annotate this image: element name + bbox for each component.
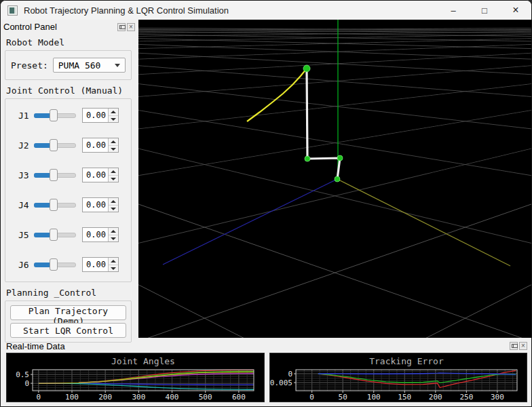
spinbox-value[interactable]: 0.00 — [83, 168, 108, 182]
viewport-3d-canvas[interactable] — [138, 20, 531, 338]
j1-spinbox[interactable]: 0.00 — [82, 108, 119, 123]
planning-group: Plan Trajectory (Demo) Start LQR Control — [5, 301, 132, 343]
j6-slider[interactable] — [34, 258, 76, 271]
viewport-3d[interactable] — [138, 20, 531, 338]
robot-model-group: Preset: PUMA 560 — [5, 50, 132, 80]
spin-up-icon[interactable] — [109, 258, 118, 265]
preset-value: PUMA 560 — [58, 60, 101, 71]
realtime-data-dock: Real-time Data × 01002003004005006000.50… — [1, 338, 531, 406]
spin-down-icon[interactable] — [109, 115, 118, 123]
svg-text:300: 300 — [132, 393, 145, 402]
j6-spinbox[interactable]: 0.00 — [82, 257, 119, 272]
svg-text:Tracking Error: Tracking Error — [369, 356, 444, 366]
svg-text:100: 100 — [366, 393, 380, 402]
preset-combobox[interactable]: PUMA 560 — [53, 58, 126, 73]
slider-handle[interactable] — [50, 109, 58, 121]
window-title: Robot Trajectory Planning & LQR Control … — [24, 5, 229, 16]
joint-row-j5: J50.00 — [10, 227, 127, 242]
svg-text:200: 200 — [98, 393, 112, 402]
start-lqr-button[interactable]: Start LQR Control — [10, 323, 126, 338]
spin-up-icon[interactable] — [109, 109, 118, 115]
j2-spinbox[interactable]: 0.00 — [82, 138, 119, 153]
control-panel-title: Control Panel — [3, 22, 57, 32]
svg-text:150: 150 — [398, 393, 411, 402]
joint-angles-chart[interactable]: 01002003004005006000.50Joint Angles — [6, 353, 265, 402]
joint-row-j3: J30.00 — [10, 168, 127, 182]
app-icon — [7, 5, 18, 16]
j2-slider[interactable] — [34, 139, 76, 151]
joint-label: J3 — [18, 170, 34, 180]
svg-text:100: 100 — [65, 393, 79, 402]
planning-group-label: Planning _Control — [6, 288, 138, 298]
spinbox-value[interactable]: 0.00 — [83, 109, 108, 122]
maximize-button[interactable]: □ — [469, 1, 500, 20]
j3-spinbox[interactable]: 0.00 — [82, 168, 119, 182]
tracking-error-chart[interactable]: 0501001502002503000-0.005Tracking Error — [269, 353, 528, 402]
joint-row-j4: J40.00 — [10, 197, 127, 212]
spinbox-value[interactable]: 0.00 — [83, 258, 108, 271]
dock-float-icon[interactable] — [117, 23, 126, 31]
joint-control-group: J10.00J20.00J30.00J40.00J50.00J60.00 — [5, 98, 132, 282]
svg-text:Joint Angles: Joint Angles — [111, 356, 175, 366]
plan-trajectory-button[interactable]: Plan Trajectory (Demo) — [10, 305, 126, 320]
slider-handle[interactable] — [50, 258, 58, 271]
slider-handle[interactable] — [50, 169, 58, 181]
spin-down-icon[interactable] — [109, 175, 118, 182]
svg-text:400: 400 — [166, 393, 179, 402]
spin-down-icon[interactable] — [109, 205, 118, 212]
joint-control-group-label: Joint Control (Manual) — [6, 85, 138, 96]
j1-slider[interactable] — [34, 109, 76, 121]
chevron-down-icon — [115, 64, 120, 70]
preset-label: Preset: — [11, 60, 48, 71]
realtime-data-header[interactable]: Real-time Data × — [1, 338, 531, 351]
svg-text:300: 300 — [490, 393, 504, 402]
robot-model-group-label: Robot Model — [6, 37, 138, 47]
realtime-data-title: Real-time Data — [6, 341, 65, 351]
svg-text:0: 0 — [288, 370, 292, 379]
joint-label: J1 — [18, 111, 34, 121]
slider-handle[interactable] — [50, 199, 58, 211]
control-panel-header[interactable]: Control Panel × — [1, 20, 138, 32]
titlebar: Robot Trajectory Planning & LQR Control … — [1, 1, 531, 20]
spinbox-value[interactable]: 0.00 — [83, 138, 108, 152]
j4-slider[interactable] — [34, 199, 76, 211]
joint-row-j2: J20.00 — [10, 138, 127, 153]
slider-handle[interactable] — [50, 139, 58, 151]
joint-label: J6 — [18, 260, 34, 270]
svg-text:0: 0 — [309, 393, 314, 402]
spin-up-icon[interactable] — [109, 168, 118, 175]
joint-label: J2 — [18, 140, 34, 151]
spinbox-value[interactable]: 0.00 — [83, 198, 108, 212]
close-button[interactable]: × — [500, 1, 531, 20]
svg-text:0.5: 0.5 — [16, 370, 29, 379]
j3-slider[interactable] — [34, 169, 76, 181]
joint-row-j1: J10.00 — [10, 108, 127, 123]
joint-label: J4 — [18, 200, 34, 210]
svg-text:50: 50 — [338, 393, 347, 402]
spin-up-icon[interactable] — [109, 198, 118, 205]
minimize-button[interactable]: – — [438, 1, 469, 20]
spin-up-icon[interactable] — [109, 228, 118, 235]
j4-spinbox[interactable]: 0.00 — [82, 197, 119, 212]
svg-text:250: 250 — [459, 393, 473, 402]
dock-float-icon[interactable] — [510, 342, 518, 350]
svg-text:600: 600 — [232, 393, 246, 402]
svg-text:0: 0 — [37, 393, 41, 402]
spin-up-icon[interactable] — [109, 138, 118, 145]
spin-down-icon[interactable] — [109, 265, 118, 272]
app-window: Robot Trajectory Planning & LQR Control … — [0, 0, 532, 407]
spin-down-icon[interactable] — [109, 145, 118, 153]
slider-handle[interactable] — [50, 229, 58, 241]
j5-spinbox[interactable]: 0.00 — [82, 227, 119, 242]
dock-close-icon[interactable]: × — [519, 342, 527, 350]
control-panel-dock: Control Panel × Robot Model Preset: PUMA… — [1, 20, 138, 338]
spinbox-value[interactable]: 0.00 — [83, 228, 108, 241]
svg-text:500: 500 — [199, 393, 212, 402]
svg-text:200: 200 — [428, 393, 442, 402]
joint-row-j6: J60.00 — [10, 257, 127, 272]
joint-label: J5 — [18, 230, 34, 240]
svg-text:0: 0 — [24, 379, 29, 388]
dock-close-icon[interactable]: × — [127, 23, 135, 31]
spin-down-icon[interactable] — [109, 235, 118, 242]
j5-slider[interactable] — [34, 229, 76, 241]
